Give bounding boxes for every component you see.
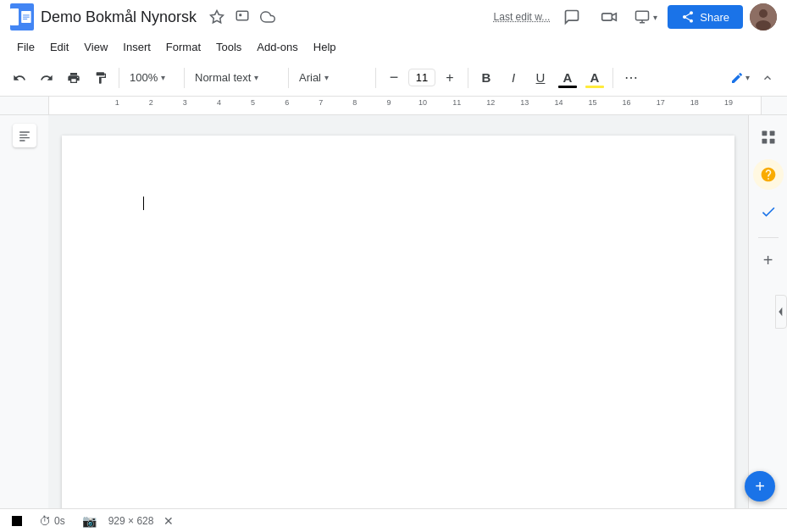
- share-label: Share: [700, 11, 729, 24]
- apps-panel-button[interactable]: [753, 122, 784, 152]
- svg-rect-22: [769, 139, 774, 144]
- italic-button[interactable]: I: [501, 65, 526, 91]
- font-select[interactable]: Arial ▾: [294, 65, 370, 91]
- history-icon[interactable]: [232, 7, 252, 27]
- title-icons: [207, 7, 278, 27]
- zoom-value: 100%: [130, 71, 158, 84]
- more-options-button[interactable]: ⋯: [618, 65, 644, 91]
- svg-rect-6: [236, 11, 248, 20]
- screenshot-icon: 📷: [82, 514, 97, 528]
- outline-button[interactable]: [13, 124, 36, 147]
- meeting-icon[interactable]: [594, 2, 624, 32]
- add-page-icon: +: [755, 477, 765, 496]
- style-dropdown-arrow: ▾: [254, 73, 258, 82]
- more-icon: ⋯: [624, 69, 639, 86]
- comments-icon[interactable]: [557, 2, 587, 32]
- side-divider: [758, 237, 779, 238]
- ruler-right: [762, 97, 787, 114]
- font-size-area: − +: [381, 65, 463, 91]
- cloud-save-icon[interactable]: [258, 7, 278, 27]
- text-color-label: A: [563, 70, 573, 85]
- svg-rect-17: [19, 137, 30, 138]
- zoom-select[interactable]: 100% ▾: [125, 65, 179, 91]
- toolbar: 100% ▾ Normal text ▾ Arial ▾ − + B I U A…: [0, 59, 787, 97]
- svg-rect-18: [19, 140, 25, 141]
- separator-1: [119, 68, 119, 88]
- status-time-item[interactable]: ⏱ 0s: [34, 513, 70, 529]
- svg-rect-8: [602, 14, 612, 20]
- print-button[interactable]: [61, 65, 86, 91]
- separator-3: [288, 68, 289, 88]
- menu-help[interactable]: Help: [307, 37, 343, 57]
- menu-bar: File Edit View Insert Format Tools Add-o…: [0, 34, 787, 59]
- tasks-panel-button[interactable]: [753, 197, 784, 227]
- underline-button[interactable]: U: [528, 65, 553, 91]
- status-screenshot-item[interactable]: 📷: [77, 513, 102, 529]
- svg-rect-2: [23, 14, 30, 15]
- status-bar: ⏱ 0s 📷 787 × 532 ✕: [0, 508, 787, 532]
- header-right: ▾ Share: [557, 2, 777, 32]
- svg-rect-16: [19, 135, 27, 136]
- svg-rect-3: [23, 17, 30, 18]
- menu-tools[interactable]: Tools: [209, 37, 248, 57]
- add-panel-button[interactable]: +: [757, 248, 780, 272]
- svg-rect-15: [19, 131, 30, 132]
- menu-view[interactable]: View: [77, 37, 114, 57]
- style-value: Normal text: [195, 71, 251, 84]
- decrease-font-size-button[interactable]: −: [381, 65, 407, 91]
- status-time: 0s: [54, 515, 65, 527]
- italic-label: I: [512, 70, 515, 85]
- separator-6: [612, 68, 613, 88]
- zoom-dropdown-arrow: ▾: [161, 73, 165, 82]
- font-dropdown-arrow: ▾: [324, 73, 329, 82]
- svg-point-13: [759, 9, 768, 18]
- status-black-square: [12, 516, 22, 526]
- svg-rect-4: [23, 19, 27, 19]
- collapse-sidebar-button[interactable]: [775, 295, 787, 329]
- ruler-left-margin: [0, 97, 48, 114]
- highlight-button[interactable]: A: [582, 65, 607, 91]
- bold-button[interactable]: B: [474, 65, 499, 91]
- text-cursor: [143, 197, 144, 210]
- collapse-toolbar-button[interactable]: [755, 65, 780, 91]
- main-area: +: [0, 115, 787, 508]
- font-value: Arial: [299, 71, 321, 84]
- share-button[interactable]: Share: [668, 5, 743, 29]
- ruler-wrapper: 12345678910111213141516171819: [0, 97, 787, 115]
- avatar[interactable]: [750, 3, 777, 30]
- document-page[interactable]: [62, 136, 734, 508]
- highlight-label: A: [590, 70, 600, 85]
- doc-title: Demo Bokmål Nynorsk: [41, 8, 197, 26]
- editing-mode-button[interactable]: ▾: [727, 65, 753, 91]
- paint-format-button[interactable]: [88, 65, 114, 91]
- doc-area[interactable]: [48, 115, 748, 508]
- assistant-panel-button[interactable]: [753, 159, 784, 190]
- status-close-button[interactable]: ✕: [160, 513, 177, 529]
- menu-format[interactable]: Format: [159, 37, 208, 57]
- underline-label: U: [536, 70, 546, 85]
- view-options-button[interactable]: ▾: [631, 4, 661, 30]
- undo-button[interactable]: [7, 65, 32, 91]
- style-select[interactable]: Normal text ▾: [190, 65, 283, 91]
- menu-file[interactable]: File: [10, 37, 42, 57]
- bold-label: B: [482, 70, 491, 85]
- last-edit[interactable]: Last edit w...: [494, 11, 551, 23]
- svg-rect-9: [636, 11, 649, 20]
- doc-icon: [10, 3, 34, 30]
- menu-edit[interactable]: Edit: [43, 37, 75, 57]
- add-page-button[interactable]: +: [745, 471, 775, 502]
- font-size-input[interactable]: [408, 69, 435, 86]
- title-bar: Demo Bokmål Nynorsk Last edit w... ▾ Sha…: [0, 0, 787, 34]
- highlight-bar: [585, 86, 604, 88]
- svg-rect-21: [762, 139, 767, 144]
- svg-rect-20: [769, 131, 774, 136]
- redo-button[interactable]: [34, 65, 59, 91]
- status-black-square-item[interactable]: [7, 514, 27, 528]
- menu-insert[interactable]: Insert: [116, 37, 158, 57]
- menu-addons[interactable]: Add-ons: [250, 37, 304, 57]
- bookmark-icon[interactable]: [207, 7, 227, 27]
- text-color-button[interactable]: A: [555, 65, 580, 91]
- view-options-arrow: ▾: [653, 13, 657, 22]
- increase-font-size-button[interactable]: +: [437, 65, 463, 91]
- ruler: 12345678910111213141516171819: [48, 97, 762, 114]
